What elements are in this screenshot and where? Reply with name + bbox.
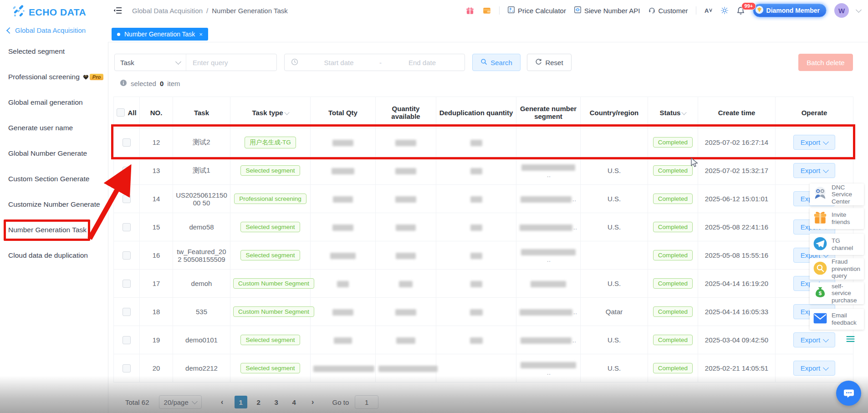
row-checkbox[interactable] — [123, 138, 131, 147]
chat-support-button[interactable] — [836, 381, 861, 406]
brand-logo-icon — [12, 5, 26, 20]
column-header-9: Status — [648, 97, 698, 128]
select-all-checkbox[interactable] — [117, 108, 125, 117]
pagination-total: Total 62 — [125, 398, 149, 406]
membership-badge[interactable]: Diamond Member — [753, 4, 827, 17]
sidebar-item-label: Cloud data de duplication — [8, 251, 88, 260]
goto-page-input[interactable]: 1 — [355, 395, 378, 409]
brand-logo: ECHO DATA — [12, 5, 86, 20]
sidebar-item-0[interactable]: Selected segment — [0, 39, 108, 64]
total-qty-redacted — [332, 168, 354, 174]
export-button[interactable]: Export — [793, 135, 835, 150]
reset-button[interactable]: Reset — [527, 54, 572, 71]
sidebar-item-5[interactable]: Custom Section Generate — [0, 166, 108, 192]
sidebar-back-link[interactable]: Global Data Acquisition — [7, 26, 86, 34]
row-checkbox[interactable] — [123, 336, 131, 344]
row-checkbox[interactable] — [123, 251, 131, 260]
crown-heart-icon — [83, 74, 89, 80]
start-date-input[interactable]: Start date — [303, 59, 375, 66]
breadcrumb-parent[interactable]: Global Data Acquisition — [132, 7, 203, 15]
top-link-price-calculator[interactable]: Price Calculator — [507, 6, 566, 15]
sidebar-item-2[interactable]: Global email generation — [0, 90, 108, 115]
status-tag: Completed — [653, 335, 693, 345]
list-menu-icon[interactable] — [846, 336, 855, 342]
sidebar-item-6[interactable]: Customize Number Generate — [0, 192, 108, 217]
cell-task: 测试2 — [173, 128, 230, 157]
collapse-menu-icon[interactable] — [113, 7, 122, 14]
query-filter-group: Task Enter query — [114, 54, 277, 71]
tab-close-icon[interactable]: × — [199, 31, 203, 38]
export-button[interactable]: Export — [793, 361, 835, 376]
sidebar-item-3[interactable]: Generate user name — [0, 115, 108, 141]
chevron-down-icon[interactable] — [856, 7, 862, 13]
gift-icon[interactable] — [465, 6, 475, 15]
export-button[interactable]: Export — [793, 163, 835, 178]
column-header-5: Quantity available — [376, 97, 436, 128]
task-type-tag: Professional screening — [234, 194, 306, 204]
main-content: Task Enter query Start date - End date S… — [108, 42, 868, 413]
sidebar-item-label: Customize Number Generate — [8, 200, 100, 209]
float-menu-item-3[interactable]: Fraud prevention query — [810, 258, 864, 280]
filter-field-select[interactable]: Task — [115, 54, 186, 71]
top-link-customer[interactable]: Customer — [648, 6, 688, 15]
headset-icon — [648, 6, 656, 15]
end-date-input[interactable]: End date — [386, 59, 458, 66]
task-type-tag: Selected segment — [240, 250, 300, 260]
generate-number-segment-redacted — [520, 309, 572, 316]
translate-icon[interactable]: A — [704, 7, 713, 15]
generate-number-segment-redacted — [521, 249, 576, 255]
deduplication-quantity-redacted — [470, 196, 482, 203]
pagination-bar: Total 62 20/page ‹ 1234 › Go to 1 — [125, 395, 378, 409]
row-checkbox[interactable] — [123, 280, 131, 288]
search-button[interactable]: Search — [472, 54, 521, 71]
sidebar-item-4[interactable]: Global Number Generate — [0, 141, 108, 166]
export-button[interactable]: Export — [793, 332, 835, 347]
row-checkbox[interactable] — [123, 223, 131, 231]
quantity-available-redacted — [395, 196, 416, 203]
float-menu-item-4[interactable]: $ self-service purchase — [810, 282, 864, 304]
avatar[interactable]: W — [834, 3, 849, 18]
row-checkbox[interactable] — [123, 364, 131, 372]
float-menu-item-1[interactable]: Invite friends — [810, 208, 864, 229]
sidebar-item-1[interactable]: Professional screening Pro — [0, 64, 108, 90]
page-button-3[interactable]: 3 — [270, 396, 283, 408]
cell-country: U.S. — [581, 326, 648, 354]
sidebar-item-7[interactable]: Number Generation Task — [0, 217, 108, 243]
cell-task: US2025061215000 50 — [173, 185, 230, 213]
float-menu-label: self-service purchase — [832, 283, 861, 304]
theme-sun-icon[interactable] — [720, 6, 729, 15]
sort-caret-icon[interactable] — [682, 110, 687, 115]
page-button-2[interactable]: 2 — [252, 396, 265, 408]
row-checkbox[interactable] — [123, 308, 131, 316]
notifications-bell-icon[interactable]: 99+ — [736, 6, 745, 15]
quantity-available-redacted — [396, 337, 415, 344]
deduplication-quantity-redacted — [470, 253, 482, 259]
goto-label: Go to — [332, 398, 349, 406]
page-button-1[interactable]: 1 — [235, 396, 247, 408]
wallet-icon[interactable] — [482, 6, 491, 15]
float-menu-item-5[interactable]: Email feedback — [810, 309, 864, 330]
batch-delete-button[interactable]: Batch delete — [798, 54, 853, 71]
sort-caret-icon[interactable] — [284, 110, 289, 115]
next-page-button[interactable]: › — [306, 396, 319, 408]
sidebar-item-8[interactable]: Cloud data de duplication — [0, 243, 108, 268]
prev-page-button[interactable]: ‹ — [216, 396, 229, 408]
row-checkbox[interactable] — [123, 195, 131, 203]
page-button-4[interactable]: 4 — [288, 396, 301, 408]
page-size-select[interactable]: 20/page — [159, 395, 202, 409]
row-checkbox[interactable] — [123, 167, 131, 175]
column-header-10: Create time — [698, 97, 776, 128]
top-link-sieve-number-api[interactable]: Sieve Number API — [574, 6, 640, 15]
sidebar-item-label: Global email generation — [8, 98, 83, 107]
deduplication-quantity-redacted — [470, 168, 482, 174]
cell-create-time: 2025-07-02 15:32:17 — [698, 157, 776, 185]
cell-no: 20 — [140, 354, 173, 382]
task-type-tag: Selected segment — [240, 222, 300, 232]
float-menu-item-0[interactable]: DNC Service Center — [810, 184, 864, 205]
query-input[interactable]: Enter query — [186, 59, 276, 66]
date-range-picker[interactable]: Start date - End date — [284, 54, 465, 71]
float-menu-item-2[interactable]: TG channel — [810, 234, 864, 255]
tab-number-generation-task[interactable]: Number Generation Task × — [112, 28, 208, 41]
notification-badge: 99+ — [741, 2, 756, 10]
cell-task: demoh — [173, 270, 230, 298]
